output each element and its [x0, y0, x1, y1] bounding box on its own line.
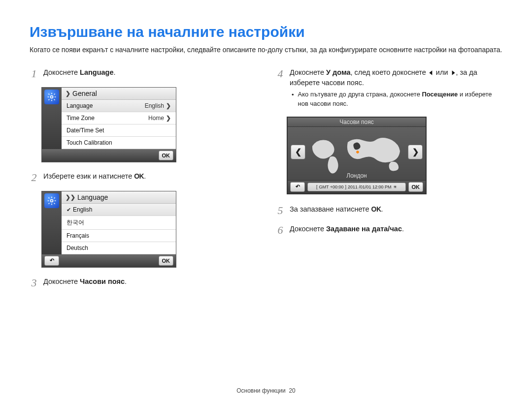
back-button[interactable]: ↶	[44, 256, 59, 266]
world-map-icon	[307, 131, 406, 176]
ok-button[interactable]: OK	[408, 182, 424, 192]
ok-icon: OK	[134, 172, 144, 180]
step-text: Докоснете Часови пояс.	[43, 277, 256, 287]
chevron-right-icon: ❯❯	[66, 194, 75, 201]
step-number: 1	[30, 67, 38, 79]
menu-row-datetime[interactable]: Date/Time Set	[62, 124, 176, 137]
step-2: 2 Изберете език и натиснете OK.	[30, 171, 256, 183]
left-column: 1 Докоснете Language. ❯ Ge	[30, 67, 256, 296]
arrow-right-icon	[450, 70, 456, 76]
device-header: ❯ General	[62, 88, 176, 100]
step-number: 5	[276, 204, 285, 216]
ok-icon: OK	[371, 205, 381, 213]
page-footer: Основни функции 20	[0, 387, 532, 394]
step-number: 3	[30, 277, 38, 288]
intro-text: Когато се появи екранът с началните наст…	[30, 45, 502, 55]
columns: 1 Докоснете Language. ❯ Ge	[30, 67, 502, 296]
row-label: Language	[66, 102, 93, 109]
back-arrow-icon: ↶	[50, 257, 54, 264]
ok-button[interactable]: OK	[159, 256, 174, 266]
ok-button[interactable]: OK	[159, 151, 174, 160]
check-icon: ✔	[66, 207, 71, 213]
text: Докоснете	[43, 278, 80, 285]
row-label: Français	[66, 232, 89, 239]
tz-date: 2011 /01/01 12:00 PM	[348, 185, 392, 189]
row-value: English	[145, 102, 164, 109]
chevron-right-icon: ❯	[66, 90, 70, 97]
step-text: Докоснете Задаване на дата/час.	[290, 224, 502, 234]
text: Докоснете	[43, 68, 80, 76]
lang-row-english[interactable]: ✔English	[62, 204, 176, 216]
device-header: ❯❯ Language	[62, 191, 176, 204]
back-arrow-icon: ↶	[296, 184, 300, 190]
bold: Посещение	[422, 91, 458, 98]
chevron-left-icon: ❮	[295, 147, 301, 156]
text: или	[434, 68, 450, 76]
step-text: Докоснете У дома, след което докоснете и…	[290, 67, 502, 109]
header-label: Language	[77, 193, 108, 201]
next-timezone-button[interactable]: ❯	[408, 145, 423, 159]
device-general: ❯ General Language English❯ Time Zone Ho…	[41, 87, 176, 162]
arrow-left-icon	[428, 70, 434, 76]
page-title: Извършване на началните настройки	[30, 24, 502, 40]
text: .	[125, 278, 127, 285]
bold: Language	[80, 68, 113, 76]
lang-row-korean[interactable]: 한국어	[62, 216, 176, 230]
bold: Задаване на дата/час	[326, 225, 402, 233]
row-label: Touch Calibration	[66, 139, 112, 146]
bullet-icon: •	[292, 90, 294, 109]
tz-footer: ↶ [GMT +00:00] 2011 /01/01 12:00 PM ☀ OK	[288, 180, 426, 193]
lang-row-german[interactable]: Deutsch	[62, 242, 176, 254]
tz-header: Часови пояс	[288, 118, 426, 127]
chevron-right-icon: ❯	[166, 102, 171, 109]
text: За запазване натиснете	[290, 205, 371, 213]
tz-gmt: GMT +00:00	[319, 185, 343, 189]
text: .	[402, 225, 404, 233]
gear-icon	[44, 90, 59, 104]
text: .	[144, 172, 146, 180]
row-label: English	[73, 206, 92, 213]
step-number: 4	[276, 67, 285, 79]
text: Ако пътувате до друга страна, докоснете	[298, 91, 422, 98]
row-label: Date/Time Set	[66, 127, 104, 134]
tz-info-bar: [GMT +00:00] 2011 /01/01 12:00 PM ☀	[307, 183, 406, 191]
lang-row-french[interactable]: Français	[62, 230, 176, 242]
sun-icon: ☀	[393, 185, 397, 189]
step-6: 6 Докоснете Задаване на дата/час.	[276, 224, 502, 236]
text: Изберете език и натиснете	[43, 172, 134, 180]
chevron-right-icon: ❯	[166, 115, 171, 122]
text: Докоснете	[290, 225, 326, 233]
gear-icon	[44, 193, 59, 208]
svg-point-0	[51, 95, 53, 98]
step-5: 5 За запазване натиснете OK.	[276, 204, 502, 216]
row-label: Deutsch	[66, 245, 88, 251]
text: Докоснете	[290, 68, 326, 76]
svg-point-1	[51, 199, 53, 202]
chevron-right-icon: ❯	[412, 147, 419, 156]
menu-row-touchcal[interactable]: Touch Calibration	[62, 137, 176, 149]
tz-city-label: Лондон	[288, 172, 426, 180]
step-text: Изберете език и натиснете OK.	[43, 171, 256, 182]
prev-timezone-button[interactable]: ❮	[291, 145, 305, 159]
device-footer: OK	[42, 149, 176, 162]
row-value: Home	[148, 115, 164, 122]
sub-bullet: • Ако пътувате до друга страна, докоснет…	[290, 90, 502, 109]
text: .	[381, 205, 383, 213]
back-button[interactable]: ↶	[290, 182, 305, 192]
menu-row-timezone[interactable]: Time Zone Home❯	[62, 112, 176, 124]
step-number: 2	[30, 171, 38, 183]
text: .	[114, 68, 116, 76]
menu-row-language[interactable]: Language English❯	[62, 100, 176, 112]
step-text: За запазване натиснете OK.	[290, 204, 502, 215]
right-column: 4 Докоснете У дома, след което докоснете…	[276, 67, 502, 296]
step-1: 1 Докоснете Language.	[30, 67, 256, 79]
row-label: 한국어	[66, 218, 84, 227]
step-number: 6	[276, 224, 285, 236]
device-sidebar	[42, 88, 62, 149]
header-label: General	[72, 90, 97, 97]
device-language: ❯❯ Language ✔English 한국어 Français	[41, 191, 176, 268]
step-3: 3 Докоснете Часови пояс.	[30, 277, 256, 288]
device-sidebar	[42, 191, 62, 254]
device-timezone: Часови пояс ❮	[287, 117, 427, 194]
text: , след което докоснете	[351, 68, 428, 76]
